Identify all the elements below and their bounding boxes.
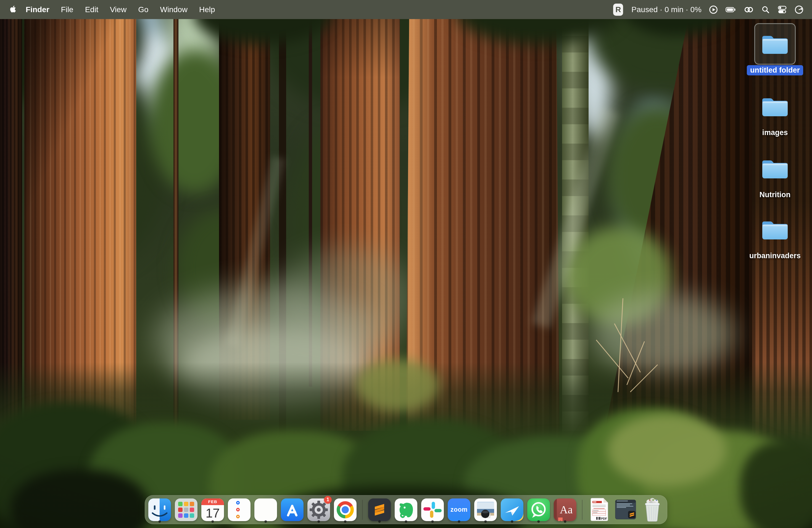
folder-icon <box>760 218 789 241</box>
folder-label[interactable]: untitled folder <box>747 65 803 75</box>
dock-item-reminders[interactable] <box>228 497 250 523</box>
running-indicator <box>159 520 161 523</box>
evernote-icon <box>395 498 417 521</box>
dock-item-trash[interactable] <box>641 497 664 523</box>
running-indicator <box>212 520 214 523</box>
dock-item-pdf-document[interactable]: PDF <box>588 497 611 523</box>
notes-icon <box>255 498 277 521</box>
dock-item-zoom[interactable]: zoom <box>448 497 470 523</box>
dictionary-bookmark <box>558 517 563 521</box>
desktop-folder-images[interactable]: images <box>743 86 807 138</box>
dock-item-whatsapp[interactable] <box>527 497 550 523</box>
recorder-badge[interactable]: R <box>613 4 623 16</box>
dock-separator <box>362 500 363 520</box>
sublime-window-thumbnail <box>614 498 637 521</box>
dock-item-calendar[interactable]: FEB 17 <box>201 497 224 523</box>
menu-window[interactable]: Window <box>154 5 193 14</box>
folder-selection-box <box>754 23 796 64</box>
folder-icon <box>760 95 789 118</box>
zoom-wordmark: zoom <box>450 506 468 513</box>
running-indicator <box>511 520 513 523</box>
desktop-folder-untitled-folder[interactable]: untitled folder <box>743 23 807 75</box>
running-indicator <box>537 520 540 523</box>
slack-icon <box>421 498 444 521</box>
dock-item-chrome[interactable] <box>334 497 357 523</box>
battery-icon[interactable] <box>725 6 736 14</box>
menu-help[interactable]: Help <box>193 5 221 14</box>
dock-item-slack[interactable] <box>421 497 444 523</box>
dock-item-evernote[interactable] <box>395 497 417 523</box>
calendar-month: FEB <box>201 498 224 505</box>
recorder-status-text[interactable]: Paused · 0 min · 0% <box>632 5 701 14</box>
running-indicator <box>405 520 407 523</box>
preview-icon <box>474 498 497 521</box>
running-indicator <box>484 520 487 523</box>
dock-item-system-settings[interactable]: 1 <box>307 497 330 523</box>
trash-full-icon <box>641 498 664 521</box>
finder-icon <box>148 498 171 521</box>
whatsapp-icon <box>527 498 550 521</box>
desktop-folder-urbaninvaders[interactable]: urbaninvaders <box>743 209 807 261</box>
control-center-icon[interactable] <box>777 5 787 14</box>
dock-item-spark[interactable] <box>501 497 523 523</box>
search-icon[interactable] <box>761 5 770 14</box>
running-indicator <box>378 520 381 523</box>
folder-label[interactable]: urbaninvaders <box>746 251 804 261</box>
menu-finder[interactable]: Finder <box>20 5 55 14</box>
running-indicator <box>564 520 566 523</box>
dock-item-preview[interactable] <box>474 497 497 523</box>
calendar-icon: FEB 17 <box>201 498 224 521</box>
desktop-folder-nutrition[interactable]: Nutrition <box>743 148 807 200</box>
folder-selection-box <box>754 86 796 127</box>
apple-menu-icon[interactable] <box>10 5 17 14</box>
folder-icon <box>760 32 789 56</box>
folder-label[interactable]: images <box>759 128 791 138</box>
reminders-icon <box>228 498 250 521</box>
spark-icon <box>501 498 523 521</box>
pdf-document-icon: PDF <box>588 498 611 521</box>
running-indicator <box>458 520 460 523</box>
dock-item-app-store[interactable] <box>281 497 304 523</box>
folder-icon <box>760 157 789 180</box>
link-icon[interactable] <box>743 5 754 14</box>
wallpaper <box>0 0 812 528</box>
dock-item-launchpad[interactable] <box>175 497 198 523</box>
clock-icon[interactable] <box>794 5 804 14</box>
folder-selection-box <box>754 209 796 250</box>
dock-item-notes[interactable] <box>255 497 277 523</box>
launchpad-icon <box>175 498 198 521</box>
dock-item-sublime-window[interactable] <box>614 497 637 523</box>
chrome-icon <box>334 498 357 521</box>
folder-selection-box <box>754 148 796 189</box>
dock-separator <box>582 500 582 520</box>
menu-bar: Finder File Edit View Go Window Help R P… <box>0 0 812 19</box>
dock-item-dictionary[interactable]: Aa <box>554 497 576 523</box>
dock: FEB 17 <box>145 495 667 524</box>
play-circle-icon[interactable] <box>709 5 718 14</box>
running-indicator <box>431 520 434 523</box>
dictionary-icon: Aa <box>554 498 576 521</box>
dictionary-aa-label: Aa <box>560 503 573 516</box>
settings-notification-badge: 1 <box>324 496 332 504</box>
desktop-screen: Finder File Edit View Go Window Help R P… <box>0 0 812 528</box>
dock-item-finder[interactable] <box>148 497 171 523</box>
running-indicator <box>344 520 347 523</box>
calendar-day: 17 <box>201 505 224 521</box>
menu-edit[interactable]: Edit <box>79 5 104 14</box>
app-store-icon <box>281 498 304 521</box>
menu-file[interactable]: File <box>55 5 79 14</box>
menu-go[interactable]: Go <box>132 5 154 14</box>
pdf-stamp-text: PDF <box>601 517 607 520</box>
zoom-icon: zoom <box>448 498 470 521</box>
dock-item-sublime-text[interactable] <box>368 497 391 523</box>
menu-view[interactable]: View <box>104 5 132 14</box>
running-indicator <box>265 520 267 523</box>
sublime-text-icon <box>368 498 391 521</box>
running-indicator <box>318 520 320 523</box>
folder-label[interactable]: Nutrition <box>756 190 794 200</box>
